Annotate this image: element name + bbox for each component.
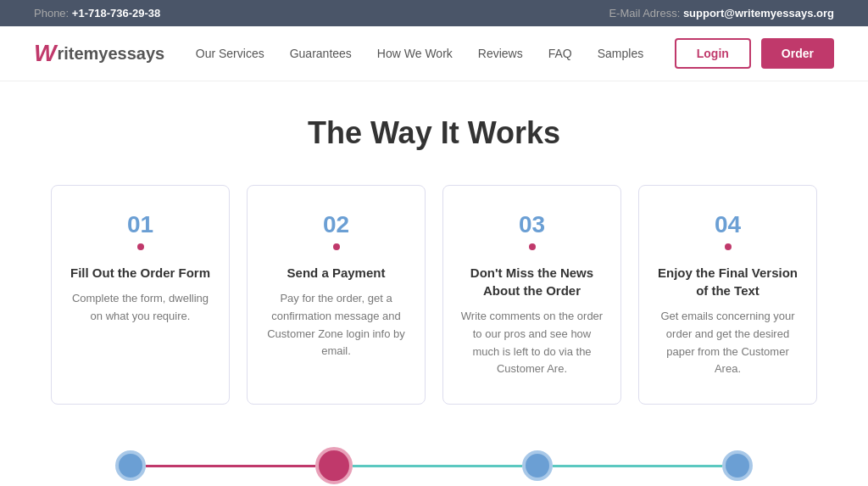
tracker-circle-1 [115,450,146,481]
step-title-3: Don't Miss the News About the Order [460,264,604,299]
step-number-3: 03 [460,211,604,238]
phone-value: +1-718-736-29-38 [72,7,160,20]
step-title-2: Send a Payment [264,264,408,282]
phone-info: Phone: +1-718-736-29-38 [34,7,160,20]
step-number-1: 01 [69,211,212,238]
nav-faq[interactable]: FAQ [548,47,572,60]
step-dot-3 [529,243,536,250]
step-desc-4: Get emails concerning your order and get… [656,308,799,378]
logo-w-icon: W [34,40,56,67]
tracker-circle-3 [522,450,553,481]
nav-how-we-work[interactable]: How We Work [377,47,453,60]
nav-samples[interactable]: Samples [598,47,643,60]
tracker-line-1 [146,465,315,467]
step-card-2: 02 Send a Payment Pay for the order, get… [247,185,426,405]
tracker-line-2 [353,465,522,467]
main-nav: Our Services Guarantees How We Work Revi… [196,47,643,60]
step-card-4: 04 Enjoy the Final Version of the Text G… [638,185,817,405]
steps-grid: 01 Fill Out the Order Form Complete the … [51,185,817,405]
nav-our-services[interactable]: Our Services [196,47,264,60]
login-button[interactable]: Login [675,38,751,69]
tracker-line-3 [553,465,722,467]
email-value: support@writemyessays.org [683,7,834,20]
step-desc-2: Pay for the order, get a confirmation me… [264,290,408,360]
email-label: E-Mail Adress: [609,7,680,20]
step-number-2: 02 [264,211,408,238]
step-dot-4 [725,243,732,250]
tracker-circle-2 [315,447,353,484]
logo[interactable]: W ritemyessays [34,40,164,67]
top-bar: Phone: +1-718-736-29-38 E-Mail Adress: s… [0,0,868,26]
step-title-1: Fill Out the Order Form [69,264,212,282]
step-desc-3: Write comments on the order to our pros … [460,308,604,378]
phone-label: Phone: [34,7,69,20]
tracker-circle-4 [722,450,753,481]
progress-tracker [51,447,817,484]
step-dot-2 [333,243,340,250]
step-card-3: 03 Don't Miss the News About the Order W… [442,185,621,405]
step-title-4: Enjoy the Final Version of the Text [656,264,799,299]
page-title: The Way It Works [51,115,817,151]
main-content: The Way It Works 01 Fill Out the Order F… [0,81,868,486]
nav-reviews[interactable]: Reviews [478,47,523,60]
nav-guarantees[interactable]: Guarantees [290,47,352,60]
email-info: E-Mail Adress: support@writemyessays.org [609,7,834,20]
header: W ritemyessays Our Services Guarantees H… [0,26,868,81]
logo-text: ritemyessays [57,44,164,64]
step-dot-1 [137,243,144,250]
step-number-4: 04 [656,211,799,238]
step-card-1: 01 Fill Out the Order Form Complete the … [51,185,230,405]
order-button[interactable]: Order [761,38,834,69]
header-buttons: Login Order [675,38,834,69]
step-desc-1: Complete the form, dwelling on what you … [69,290,212,326]
